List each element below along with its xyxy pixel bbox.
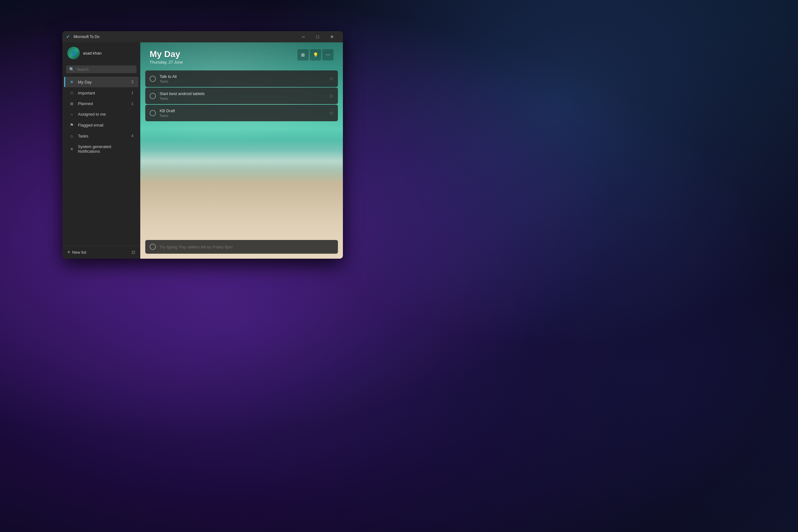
more-icon: ⋯ bbox=[326, 52, 330, 57]
maximize-button[interactable]: □ bbox=[310, 31, 325, 42]
sidebar-item-label: My Day bbox=[78, 80, 128, 84]
task-source: Tasks bbox=[159, 97, 325, 100]
task-checkbox[interactable] bbox=[150, 110, 156, 116]
sidebar-item-badge: 1 bbox=[131, 91, 133, 95]
task-title: Talk to Ali bbox=[159, 74, 325, 79]
task-item[interactable]: Talk to Ali Tasks ☆ bbox=[145, 71, 338, 87]
app-window: ✓ Microsoft To Do ─ □ ✕ 👤 asad khan 🔍 bbox=[62, 31, 343, 259]
task-title: Start best android tablets bbox=[159, 91, 325, 96]
main-content: My Day Thursday, 27 June ⊞ 💡 ⋯ bbox=[140, 42, 343, 259]
sidebar-item-label: Flagged email bbox=[78, 123, 130, 128]
task-source: Tasks bbox=[159, 114, 325, 117]
sidebar-item-badge: 3 bbox=[131, 80, 133, 84]
add-task-circle bbox=[150, 244, 156, 250]
sidebar-item-badge: 1 bbox=[131, 101, 133, 106]
sidebar-item-my-day[interactable]: ☀ My Day 3 bbox=[64, 77, 138, 87]
person-icon: ○ bbox=[69, 112, 74, 117]
new-list-button[interactable]: + New list bbox=[67, 249, 86, 255]
new-list-label: New list bbox=[72, 250, 86, 254]
calendar-icon: ⊞ bbox=[69, 101, 74, 106]
title-bar-left: ✓ Microsoft To Do bbox=[66, 34, 99, 39]
lightbulb-icon: 💡 bbox=[313, 52, 318, 57]
main-date: Thursday, 27 June bbox=[150, 60, 183, 64]
background-icon: ⊞ bbox=[301, 52, 305, 57]
task-item[interactable]: KB Draft Tasks ☆ bbox=[145, 105, 338, 121]
avatar: 👤 bbox=[67, 47, 80, 59]
sidebar-item-planned[interactable]: ⊞ Planned 1 bbox=[64, 98, 138, 109]
sidebar-item-flagged-email[interactable]: ⚑ Flagged email bbox=[64, 120, 138, 130]
user-section[interactable]: 👤 asad khan bbox=[62, 42, 140, 63]
add-task-input[interactable] bbox=[159, 245, 334, 249]
close-button[interactable]: ✕ bbox=[325, 31, 339, 42]
task-checkbox[interactable] bbox=[150, 76, 156, 82]
plus-icon: + bbox=[67, 249, 70, 255]
export-icon: ⊡ bbox=[132, 250, 135, 254]
sidebar-item-label: System generated: Notifications bbox=[78, 144, 133, 154]
search-bar[interactable]: 🔍 bbox=[66, 65, 136, 73]
task-title: KB Draft bbox=[159, 109, 325, 113]
export-button[interactable]: ⊡ bbox=[132, 250, 135, 254]
app-icon: ✓ bbox=[66, 34, 71, 39]
sidebar: 👤 asad khan 🔍 ☀ My Day 3 ☆ bbox=[62, 42, 140, 259]
add-task-bar[interactable] bbox=[145, 240, 338, 254]
foam-layer bbox=[140, 140, 343, 183]
flag-icon: ⚑ bbox=[69, 122, 74, 128]
sidebar-bottom: + New list ⊡ bbox=[62, 245, 140, 259]
star-icon: ☆ bbox=[69, 90, 74, 95]
nav-list: ☀ My Day 3 ☆ Important 1 ⊞ Planned 1 bbox=[62, 76, 140, 245]
background-button[interactable]: ⊞ bbox=[297, 49, 309, 60]
task-info: Start best android tablets Tasks bbox=[159, 91, 325, 100]
sun-icon: ☀ bbox=[69, 79, 74, 84]
sidebar-item-label: Planned bbox=[78, 101, 128, 106]
suggestions-button[interactable]: 💡 bbox=[310, 49, 321, 60]
sidebar-item-badge: 4 bbox=[131, 134, 133, 138]
sidebar-item-label: Important bbox=[78, 91, 128, 95]
more-options-button[interactable]: ⋯ bbox=[322, 49, 334, 60]
task-star-button[interactable]: ☆ bbox=[329, 93, 334, 99]
main-title: My Day bbox=[150, 49, 183, 59]
task-list: Talk to Ali Tasks ☆ Start best android t… bbox=[145, 71, 338, 121]
search-input[interactable] bbox=[77, 67, 133, 72]
user-name: asad khan bbox=[83, 51, 102, 56]
task-source: Tasks bbox=[159, 79, 325, 83]
app-body: 👤 asad khan 🔍 ☀ My Day 3 ☆ bbox=[62, 42, 343, 259]
task-item[interactable]: Start best android tablets Tasks ☆ bbox=[145, 88, 338, 104]
window-controls: ─ □ ✕ bbox=[296, 31, 339, 42]
sidebar-item-label: Tasks bbox=[78, 134, 128, 138]
home-icon: ⌂ bbox=[69, 133, 74, 138]
sidebar-item-notifications[interactable]: ≡ System generated: Notifications bbox=[64, 141, 138, 156]
main-title-section: My Day Thursday, 27 June bbox=[150, 49, 183, 64]
search-icon: 🔍 bbox=[69, 67, 74, 72]
task-info: Talk to Ali Tasks bbox=[159, 74, 325, 83]
task-star-button[interactable]: ☆ bbox=[329, 110, 334, 116]
sidebar-item-important[interactable]: ☆ Important 1 bbox=[64, 88, 138, 98]
sidebar-item-assigned-to-me[interactable]: ○ Assigned to me bbox=[64, 109, 138, 119]
task-checkbox[interactable] bbox=[150, 93, 156, 99]
main-header: My Day Thursday, 27 June ⊞ 💡 ⋯ bbox=[140, 42, 343, 69]
task-info: KB Draft Tasks bbox=[159, 109, 325, 117]
main-actions: ⊞ 💡 ⋯ bbox=[297, 49, 334, 60]
app-title: Microsoft To Do bbox=[74, 35, 99, 39]
sidebar-item-tasks[interactable]: ⌂ Tasks 4 bbox=[64, 131, 138, 141]
sidebar-item-label: Assigned to me bbox=[78, 112, 130, 117]
title-bar: ✓ Microsoft To Do ─ □ ✕ bbox=[62, 31, 343, 42]
task-star-button[interactable]: ☆ bbox=[329, 76, 334, 82]
list-icon: ≡ bbox=[69, 147, 74, 151]
minimize-button[interactable]: ─ bbox=[296, 31, 310, 42]
